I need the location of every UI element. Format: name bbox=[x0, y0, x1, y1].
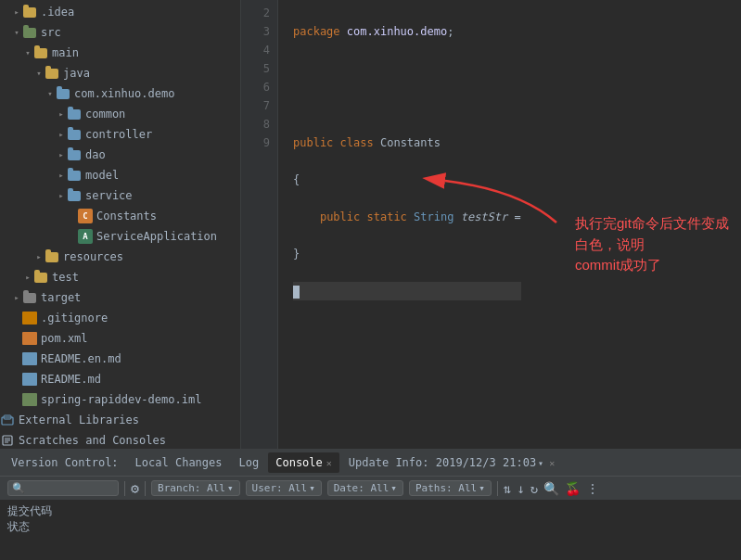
tree-item-test[interactable]: test bbox=[0, 267, 240, 287]
ext-lib-icon bbox=[0, 413, 15, 427]
tree-item-controller[interactable]: controller bbox=[0, 124, 240, 145]
arrow-idea bbox=[11, 6, 22, 18]
status-label: 状态 bbox=[7, 519, 734, 535]
java-class-icon-service-app: A bbox=[78, 229, 93, 244]
close-console-icon[interactable]: ✕ bbox=[326, 458, 332, 468]
tree-item-readme[interactable]: README.md bbox=[0, 369, 240, 389]
tree-item-model[interactable]: model bbox=[0, 165, 240, 185]
search-box[interactable]: 🔍 bbox=[7, 480, 119, 496]
tree-item-scratches[interactable]: Scratches and Consoles bbox=[0, 430, 240, 449]
refresh-icon[interactable]: ↻ bbox=[530, 481, 538, 496]
label-src: src bbox=[41, 26, 61, 39]
line-num-3: 3 bbox=[245, 22, 270, 41]
label-target: target bbox=[41, 291, 81, 304]
label-model: model bbox=[85, 169, 119, 182]
bottom-toolbar: 🔍 ⚙ Branch: All ▾ User: All ▾ Date: All … bbox=[0, 476, 741, 500]
label-gitignore: .gitignore bbox=[41, 312, 108, 325]
tree-item-common[interactable]: common bbox=[0, 104, 240, 124]
code-area: 2 3 4 5 6 7 8 9 package com.xinhuo.demo;… bbox=[241, 0, 741, 449]
branch-dropdown-icon: ▾ bbox=[227, 482, 234, 494]
tree-item-resources[interactable]: resources bbox=[0, 247, 240, 267]
cherry-pick-icon[interactable]: 🍒 bbox=[565, 481, 581, 496]
line-num-8: 8 bbox=[245, 115, 270, 134]
tree-item-java[interactable]: java bbox=[0, 63, 240, 83]
paths-dropdown-icon: ▾ bbox=[479, 482, 485, 494]
label-iml: spring-rapiddev-demo.iml bbox=[41, 393, 201, 406]
label-controller: controller bbox=[85, 128, 152, 141]
tab-log[interactable]: Log bbox=[232, 452, 267, 473]
label-java: java bbox=[63, 67, 90, 80]
tab-local-changes[interactable]: Local Changes bbox=[128, 452, 230, 473]
label-readme-en: README.en.md bbox=[41, 352, 121, 365]
folder-icon-src bbox=[22, 25, 37, 40]
folder-icon-target bbox=[22, 290, 37, 305]
arrow-dao bbox=[56, 149, 67, 160]
tree-item-service-application[interactable]: A ServiceApplication bbox=[0, 226, 240, 247]
code-line-4 bbox=[293, 96, 521, 115]
folder-icon-service bbox=[67, 188, 82, 203]
arrow-constants bbox=[67, 210, 78, 222]
tree-item-src[interactable]: src bbox=[0, 22, 240, 43]
tree-item-readme-en[interactable]: README.en.md bbox=[0, 349, 240, 369]
label-scratches: Scratches and Consoles bbox=[19, 434, 166, 447]
dropdown-icon: ▾ bbox=[538, 458, 543, 468]
tree-item-gitignore[interactable]: .gitignore bbox=[0, 308, 240, 328]
tab-console[interactable]: Console ✕ bbox=[268, 452, 339, 473]
tree-item-target[interactable]: target bbox=[0, 287, 240, 308]
tree-item-external-libraries[interactable]: External Libraries bbox=[0, 410, 240, 430]
user-dropdown-icon: ▾ bbox=[309, 482, 315, 494]
arrow-gitignore bbox=[11, 312, 22, 324]
tree-item-main[interactable]: main bbox=[0, 43, 240, 63]
folder-icon-controller bbox=[67, 127, 82, 142]
folder-icon-model bbox=[67, 168, 82, 183]
arrow-readme-en bbox=[11, 353, 22, 364]
branch-btn[interactable]: Branch: All ▾ bbox=[151, 480, 239, 496]
tree-item-pom[interactable]: pom.xml bbox=[0, 328, 240, 349]
bottom-content: 提交代码 状态 bbox=[0, 500, 741, 560]
line-num-5: 5 bbox=[245, 59, 270, 78]
user-btn[interactable]: User: All ▾ bbox=[246, 480, 322, 496]
search-input[interactable] bbox=[25, 483, 99, 494]
file-icon-readme-en bbox=[22, 352, 37, 365]
search2-icon[interactable]: 🔍 bbox=[543, 481, 559, 496]
label-test: test bbox=[52, 271, 79, 284]
label-external-libraries: External Libraries bbox=[19, 414, 139, 426]
java-class-icon-constants: C bbox=[78, 209, 93, 223]
arrow-common bbox=[56, 108, 67, 120]
tree-item-constants[interactable]: C Constants bbox=[0, 206, 240, 226]
line-num-4: 4 bbox=[245, 41, 270, 59]
date-btn[interactable]: Date: All ▾ bbox=[327, 480, 403, 496]
settings-icon[interactable]: ⚙ bbox=[131, 480, 139, 497]
arrow-service bbox=[56, 190, 67, 201]
tree-item-idea[interactable]: .idea bbox=[0, 2, 240, 22]
tab-update-info[interactable]: Update Info: 2019/12/3 21:03 ▾✕ bbox=[341, 452, 562, 473]
close-update-icon[interactable]: ✕ bbox=[549, 458, 555, 468]
tree-item-pkg[interactable]: com.xinhuo.demo bbox=[0, 83, 240, 104]
paths-btn[interactable]: Paths: All ▾ bbox=[409, 480, 492, 496]
tree-item-dao[interactable]: dao bbox=[0, 145, 240, 165]
code-line-3 bbox=[293, 59, 521, 78]
arrow-test bbox=[22, 272, 33, 283]
label-service: service bbox=[85, 189, 133, 202]
search-icon: 🔍 bbox=[12, 482, 25, 494]
tree-item-iml[interactable]: spring-rapiddev-demo.iml bbox=[0, 389, 240, 410]
arrow-pom bbox=[11, 333, 22, 344]
more-icon[interactable]: ⋮ bbox=[586, 481, 599, 496]
folder-icon-pkg bbox=[56, 86, 70, 101]
pull-icon[interactable]: ↓ bbox=[517, 481, 524, 496]
arrow-java bbox=[33, 68, 45, 79]
arrow-service-app bbox=[67, 231, 78, 242]
merge-icon[interactable]: ⇅ bbox=[504, 481, 511, 496]
tree-item-service[interactable]: service bbox=[0, 185, 240, 206]
arrow-iml bbox=[11, 394, 22, 405]
label-pkg: com.xinhuo.demo bbox=[74, 87, 174, 100]
label-pom: pom.xml bbox=[41, 332, 88, 345]
arrow-main bbox=[22, 47, 33, 58]
folder-icon-idea bbox=[22, 5, 37, 19]
arrow-readme bbox=[11, 374, 22, 385]
folder-icon-java bbox=[45, 66, 59, 81]
separator-1 bbox=[124, 481, 125, 496]
tab-version-control[interactable]: Version Control: bbox=[4, 452, 126, 473]
file-tree: .idea src main java com.xinh bbox=[0, 0, 241, 449]
label-common: common bbox=[85, 108, 125, 121]
